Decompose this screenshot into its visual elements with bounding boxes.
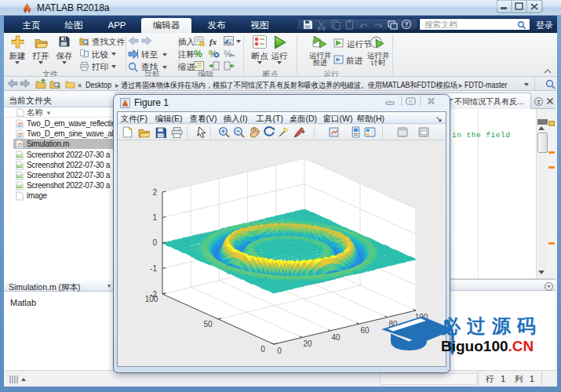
svg-text:PNG: PNG (17, 175, 24, 178)
svg-text:-1: -1 (150, 264, 157, 273)
svg-text:a: a (229, 40, 231, 45)
svg-text:PNG: PNG (17, 185, 24, 188)
svg-text:PNG: PNG (17, 165, 24, 168)
svg-text:1: 1 (152, 213, 157, 222)
svg-text:20: 20 (303, 339, 312, 348)
svg-text:0: 0 (152, 238, 157, 247)
svg-text:fx: fx (209, 37, 217, 46)
svg-text:PNG: PNG (17, 154, 24, 158)
svg-text:%: % (194, 49, 202, 59)
svg-text:0: 0 (260, 345, 265, 354)
svg-text:60: 60 (360, 326, 370, 335)
svg-text:0: 0 (277, 347, 282, 355)
svg-text:%: % (224, 49, 232, 59)
svg-text:50: 50 (203, 320, 213, 328)
svg-text:-2: -2 (150, 290, 157, 299)
svg-text:40: 40 (331, 333, 341, 342)
svg-text:2: 2 (152, 188, 157, 197)
svg-text:?: ? (405, 20, 409, 28)
